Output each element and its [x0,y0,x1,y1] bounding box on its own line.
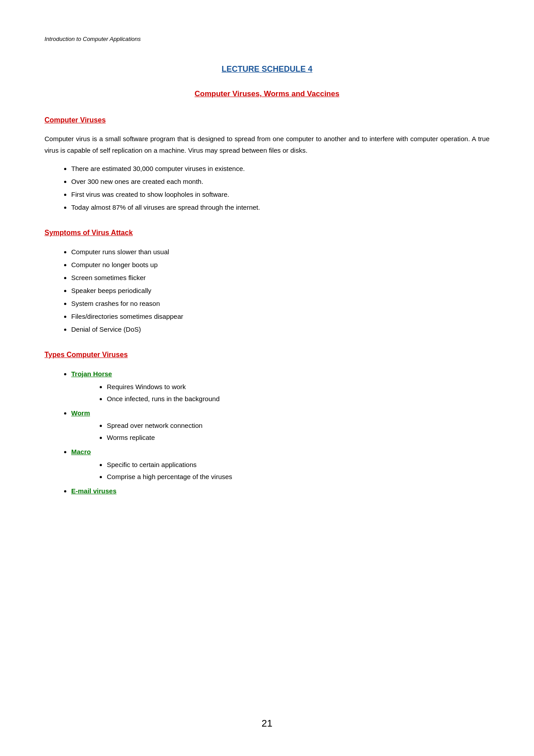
list-item: Spread over network connection [107,419,490,431]
list-item: Once infected, runs in the background [107,393,490,405]
trojan-sublist: Requires Windows to work Once infected, … [107,381,490,405]
list-item: Requires Windows to work [107,381,490,393]
section-symptoms: Symptoms of Virus Attack Computer runs s… [44,229,490,335]
list-item: Denial of Service (DoS) [71,323,490,335]
list-item-trojan: Trojan Horse Requires Windows to work On… [71,368,490,405]
section-types: Types Computer Viruses Trojan Horse Requ… [44,351,490,497]
section-heading-symptoms: Symptoms of Virus Attack [44,229,490,237]
list-item: Files/directories sometimes disappear [71,310,490,322]
list-item: There are estimated 30,000 computer viru… [71,163,490,175]
page-number: 21 [0,718,534,729]
header-label: Introduction to Computer Applications [44,36,490,42]
list-item: Computer no longer boots up [71,259,490,271]
list-item: First virus was created to show loophole… [71,188,490,200]
list-item: System crashes for no reason [71,297,490,309]
worm-sublist: Spread over network connection Worms rep… [107,419,490,443]
page: Introduction to Computer Applications LE… [0,0,534,756]
section-heading-types: Types Computer Viruses [44,351,490,359]
list-item: Today almost 87% of all viruses are spre… [71,201,490,213]
list-item: Computer runs slower than usual [71,246,490,258]
list-item: Over 300 new ones are created each month… [71,175,490,187]
main-title: LECTURE SCHEDULE 4 [44,65,490,74]
computer-viruses-list: There are estimated 30,000 computer viru… [71,163,490,213]
worm-label: Worm [71,409,90,417]
macro-label: Macro [71,448,91,455]
symptoms-list: Computer runs slower than usual Computer… [71,246,490,335]
list-item-macro: Macro Specific to certain applications C… [71,446,490,483]
email-viruses-label: E-mail viruses [71,487,117,495]
computer-viruses-paragraph: Computer virus is a small software progr… [44,133,490,156]
list-item: Comprise a high percentage of the viruse… [107,471,490,483]
list-item-worm: Worm Spread over network connection Worm… [71,407,490,444]
list-item: Specific to certain applications [107,459,490,471]
section-heading-computer-viruses: Computer Viruses [44,116,490,124]
list-item: Speaker beeps periodically [71,285,490,297]
list-item: Worms replicate [107,431,490,443]
section-computer-viruses: Computer Viruses Computer virus is a sma… [44,116,490,213]
types-list: Trojan Horse Requires Windows to work On… [71,368,490,497]
list-item: Screen sometimes flicker [71,272,490,284]
list-item-email: E-mail viruses [71,485,490,498]
subtitle: Computer Viruses, Worms and Vaccines [44,89,490,98]
macro-sublist: Specific to certain applications Compris… [107,459,490,483]
trojan-label: Trojan Horse [71,370,112,378]
